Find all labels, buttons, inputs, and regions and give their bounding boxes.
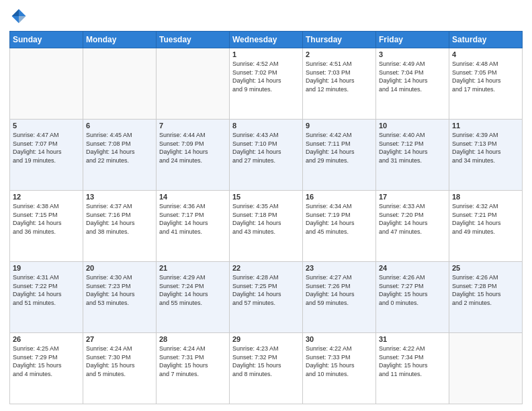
calendar-day-header: Friday [376, 32, 449, 48]
logo-icon [9, 7, 28, 26]
day-number: 7 [159, 122, 226, 130]
day-info: Sunrise: 4:34 AM Sunset: 7:19 PM Dayligh… [306, 202, 373, 236]
calendar-cell: 12Sunrise: 4:38 AM Sunset: 7:15 PM Dayli… [10, 191, 83, 262]
day-number: 17 [379, 193, 446, 201]
day-info: Sunrise: 4:42 AM Sunset: 7:11 PM Dayligh… [306, 131, 373, 165]
day-info: Sunrise: 4:24 AM Sunset: 7:31 PM Dayligh… [159, 345, 226, 378]
calendar-cell: 22Sunrise: 4:28 AM Sunset: 7:25 PM Dayli… [230, 262, 303, 333]
day-info: Sunrise: 4:33 AM Sunset: 7:20 PM Dayligh… [379, 202, 446, 236]
calendar-cell: 15Sunrise: 4:35 AM Sunset: 7:18 PM Dayli… [230, 191, 303, 262]
day-info: Sunrise: 4:27 AM Sunset: 7:26 PM Dayligh… [306, 273, 373, 307]
day-info: Sunrise: 4:47 AM Sunset: 7:07 PM Dayligh… [13, 131, 80, 165]
day-info: Sunrise: 4:25 AM Sunset: 7:29 PM Dayligh… [13, 345, 80, 378]
calendar-cell: 19Sunrise: 4:31 AM Sunset: 7:22 PM Dayli… [10, 262, 83, 333]
day-number: 11 [452, 122, 519, 130]
day-info: Sunrise: 4:40 AM Sunset: 7:12 PM Dayligh… [379, 131, 446, 165]
day-info: Sunrise: 4:51 AM Sunset: 7:03 PM Dayligh… [306, 60, 373, 93]
calendar-cell: 28Sunrise: 4:24 AM Sunset: 7:31 PM Dayli… [157, 333, 230, 404]
day-number: 21 [159, 264, 226, 272]
calendar-week-row: 5Sunrise: 4:47 AM Sunset: 7:07 PM Daylig… [10, 120, 523, 191]
calendar-day-header: Sunday [10, 32, 83, 48]
day-info: Sunrise: 4:43 AM Sunset: 7:10 PM Dayligh… [232, 131, 300, 165]
day-number: 22 [232, 264, 300, 272]
day-number: 26 [13, 335, 80, 343]
day-number: 20 [86, 264, 153, 272]
day-number: 10 [379, 122, 446, 130]
day-number: 29 [232, 335, 300, 343]
day-number: 18 [452, 193, 519, 201]
calendar-cell: 9Sunrise: 4:42 AM Sunset: 7:11 PM Daylig… [303, 120, 376, 191]
calendar-cell: 10Sunrise: 4:40 AM Sunset: 7:12 PM Dayli… [376, 120, 449, 191]
calendar-cell: 11Sunrise: 4:39 AM Sunset: 7:13 PM Dayli… [449, 120, 523, 191]
day-info: Sunrise: 4:49 AM Sunset: 7:04 PM Dayligh… [379, 60, 446, 93]
day-info: Sunrise: 4:26 AM Sunset: 7:27 PM Dayligh… [379, 273, 446, 307]
day-info: Sunrise: 4:31 AM Sunset: 7:22 PM Dayligh… [13, 273, 80, 307]
calendar-cell: 26Sunrise: 4:25 AM Sunset: 7:29 PM Dayli… [10, 333, 83, 404]
calendar-day-header: Tuesday [157, 32, 230, 48]
calendar-cell: 14Sunrise: 4:36 AM Sunset: 7:17 PM Dayli… [157, 191, 230, 262]
calendar-cell: 7Sunrise: 4:44 AM Sunset: 7:09 PM Daylig… [157, 120, 230, 191]
day-number: 31 [379, 335, 446, 343]
day-info: Sunrise: 4:23 AM Sunset: 7:32 PM Dayligh… [232, 345, 300, 378]
day-info: Sunrise: 4:38 AM Sunset: 7:15 PM Dayligh… [13, 202, 80, 236]
calendar-cell: 27Sunrise: 4:24 AM Sunset: 7:30 PM Dayli… [83, 333, 157, 404]
day-info: Sunrise: 4:30 AM Sunset: 7:23 PM Dayligh… [86, 273, 153, 307]
day-number: 6 [86, 122, 153, 130]
calendar-cell: 31Sunrise: 4:22 AM Sunset: 7:34 PM Dayli… [376, 333, 449, 404]
day-info: Sunrise: 4:39 AM Sunset: 7:13 PM Dayligh… [452, 131, 519, 165]
day-info: Sunrise: 4:45 AM Sunset: 7:08 PM Dayligh… [86, 131, 153, 165]
calendar-week-row: 19Sunrise: 4:31 AM Sunset: 7:22 PM Dayli… [10, 262, 523, 333]
day-info: Sunrise: 4:32 AM Sunset: 7:21 PM Dayligh… [452, 202, 519, 236]
calendar-cell: 13Sunrise: 4:37 AM Sunset: 7:16 PM Dayli… [83, 191, 157, 262]
calendar-cell [10, 48, 83, 120]
day-number: 8 [232, 122, 300, 130]
day-info: Sunrise: 4:22 AM Sunset: 7:34 PM Dayligh… [379, 345, 446, 378]
calendar-cell: 21Sunrise: 4:29 AM Sunset: 7:24 PM Dayli… [157, 262, 230, 333]
svg-marker-0 [19, 9, 26, 17]
day-number: 24 [379, 264, 446, 272]
logo [9, 7, 30, 26]
calendar-cell: 20Sunrise: 4:30 AM Sunset: 7:23 PM Dayli… [83, 262, 157, 333]
calendar-cell: 17Sunrise: 4:33 AM Sunset: 7:20 PM Dayli… [376, 191, 449, 262]
day-number: 28 [159, 335, 226, 343]
calendar-cell [157, 48, 230, 120]
day-number: 4 [452, 50, 519, 58]
calendar-cell: 16Sunrise: 4:34 AM Sunset: 7:19 PM Dayli… [303, 191, 376, 262]
svg-marker-1 [12, 9, 19, 17]
day-number: 15 [232, 193, 300, 201]
day-number: 5 [13, 122, 80, 130]
calendar-day-header: Wednesday [230, 32, 303, 48]
calendar-day-header: Saturday [449, 32, 523, 48]
day-info: Sunrise: 4:52 AM Sunset: 7:02 PM Dayligh… [232, 60, 300, 93]
day-number: 1 [232, 50, 300, 58]
calendar-cell: 6Sunrise: 4:45 AM Sunset: 7:08 PM Daylig… [83, 120, 157, 191]
svg-marker-2 [12, 16, 19, 24]
calendar-cell: 4Sunrise: 4:48 AM Sunset: 7:05 PM Daylig… [449, 48, 523, 120]
day-number: 25 [452, 264, 519, 272]
day-info: Sunrise: 4:36 AM Sunset: 7:17 PM Dayligh… [159, 202, 226, 236]
calendar-cell: 8Sunrise: 4:43 AM Sunset: 7:10 PM Daylig… [230, 120, 303, 191]
day-number: 30 [306, 335, 373, 343]
day-number: 13 [86, 193, 153, 201]
svg-marker-3 [19, 16, 26, 24]
header [9, 7, 523, 26]
day-info: Sunrise: 4:26 AM Sunset: 7:28 PM Dayligh… [452, 273, 519, 307]
day-info: Sunrise: 4:37 AM Sunset: 7:16 PM Dayligh… [86, 202, 153, 236]
day-info: Sunrise: 4:24 AM Sunset: 7:30 PM Dayligh… [86, 345, 153, 378]
calendar-day-header: Monday [83, 32, 157, 48]
day-number: 12 [13, 193, 80, 201]
calendar-week-row: 26Sunrise: 4:25 AM Sunset: 7:29 PM Dayli… [10, 333, 523, 404]
calendar-cell: 3Sunrise: 4:49 AM Sunset: 7:04 PM Daylig… [376, 48, 449, 120]
day-number: 3 [379, 50, 446, 58]
calendar-cell: 29Sunrise: 4:23 AM Sunset: 7:32 PM Dayli… [230, 333, 303, 404]
day-number: 9 [306, 122, 373, 130]
day-number: 19 [13, 264, 80, 272]
day-info: Sunrise: 4:48 AM Sunset: 7:05 PM Dayligh… [452, 60, 519, 93]
calendar-cell: 2Sunrise: 4:51 AM Sunset: 7:03 PM Daylig… [303, 48, 376, 120]
day-info: Sunrise: 4:29 AM Sunset: 7:24 PM Dayligh… [159, 273, 226, 307]
day-number: 2 [306, 50, 373, 58]
calendar-week-row: 12Sunrise: 4:38 AM Sunset: 7:15 PM Dayli… [10, 191, 523, 262]
calendar-day-header: Thursday [303, 32, 376, 48]
day-number: 16 [306, 193, 373, 201]
calendar-cell: 24Sunrise: 4:26 AM Sunset: 7:27 PM Dayli… [376, 262, 449, 333]
